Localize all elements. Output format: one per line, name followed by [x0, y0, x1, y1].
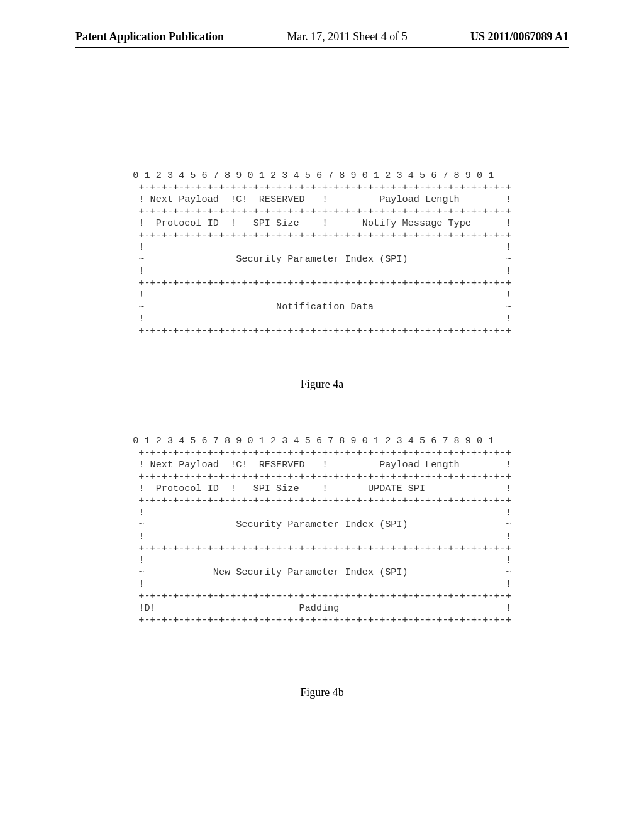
spi-field-row: ~ Security Parameter Index (SPI) ~: [133, 519, 511, 530]
new-spi-field-row: ! !: [133, 578, 511, 590]
spi-field-row: ! !: [133, 531, 511, 542]
notification-data-row: ~ Notification Data ~: [133, 301, 511, 313]
page-header: Patent Application Publication Mar. 17, …: [0, 30, 644, 43]
figure-4b-caption: Figure 4b: [300, 686, 344, 699]
header-row-protocol: ! Protocol ID ! SPI Size ! UPDATE_SPI !: [133, 483, 511, 494]
header-row-protocol: ! Protocol ID ! SPI Size ! Notify Messag…: [133, 218, 511, 229]
bit-ruler: 0 1 2 3 4 5 6 7 8 9 0 1 2 3 4 5 6 7 8 9 …: [133, 170, 494, 181]
padding-row: !D! Padding !: [133, 602, 511, 614]
spi-field-row: ! !: [133, 507, 511, 518]
spi-field-row: ~ Security Parameter Index (SPI) ~: [133, 253, 511, 265]
separator-row: +-+-+-+-+-+-+-+-+-+-+-+-+-+-+-+-+-+-+-+-…: [133, 182, 511, 193]
separator-row: +-+-+-+-+-+-+-+-+-+-+-+-+-+-+-+-+-+-+-+-…: [133, 206, 511, 217]
separator-row: +-+-+-+-+-+-+-+-+-+-+-+-+-+-+-+-+-+-+-+-…: [133, 614, 511, 626]
bit-ruler: 0 1 2 3 4 5 6 7 8 9 0 1 2 3 4 5 6 7 8 9 …: [133, 435, 494, 446]
header-publication-type: Patent Application Publication: [75, 30, 224, 43]
separator-row: +-+-+-+-+-+-+-+-+-+-+-+-+-+-+-+-+-+-+-+-…: [133, 447, 511, 458]
header-divider-line: [75, 47, 569, 48]
separator-row: +-+-+-+-+-+-+-+-+-+-+-+-+-+-+-+-+-+-+-+-…: [133, 471, 511, 482]
separator-row: +-+-+-+-+-+-+-+-+-+-+-+-+-+-+-+-+-+-+-+-…: [133, 543, 511, 554]
new-spi-field-row: ! !: [133, 555, 511, 566]
separator-row: +-+-+-+-+-+-+-+-+-+-+-+-+-+-+-+-+-+-+-+-…: [133, 590, 511, 602]
notification-data-row: ! !: [133, 313, 511, 324]
figure-4a-diagram: 0 1 2 3 4 5 6 7 8 9 0 1 2 3 4 5 6 7 8 9 …: [133, 170, 511, 337]
figure-4b-diagram: 0 1 2 3 4 5 6 7 8 9 0 1 2 3 4 5 6 7 8 9 …: [133, 435, 511, 626]
notification-data-row: ! !: [133, 289, 511, 301]
header-row-payload: ! Next Payload !C! RESERVED ! Payload Le…: [133, 459, 511, 470]
separator-row: +-+-+-+-+-+-+-+-+-+-+-+-+-+-+-+-+-+-+-+-…: [133, 325, 511, 336]
spi-field-row: ! !: [133, 241, 511, 253]
separator-row: +-+-+-+-+-+-+-+-+-+-+-+-+-+-+-+-+-+-+-+-…: [133, 277, 511, 289]
new-spi-field-row: ~ New Security Parameter Index (SPI) ~: [133, 567, 511, 578]
separator-row: +-+-+-+-+-+-+-+-+-+-+-+-+-+-+-+-+-+-+-+-…: [133, 230, 511, 241]
header-row-payload: ! Next Payload !C! RESERVED ! Payload Le…: [133, 194, 511, 205]
header-publication-number: US 2011/0067089 A1: [470, 30, 569, 43]
figure-4a-caption: Figure 4a: [301, 378, 343, 391]
separator-row: +-+-+-+-+-+-+-+-+-+-+-+-+-+-+-+-+-+-+-+-…: [133, 495, 511, 506]
header-date-sheet: Mar. 17, 2011 Sheet 4 of 5: [287, 30, 407, 43]
spi-field-row: ! !: [133, 265, 511, 277]
page-content: 0 1 2 3 4 5 6 7 8 9 0 1 2 3 4 5 6 7 8 9 …: [0, 170, 644, 699]
